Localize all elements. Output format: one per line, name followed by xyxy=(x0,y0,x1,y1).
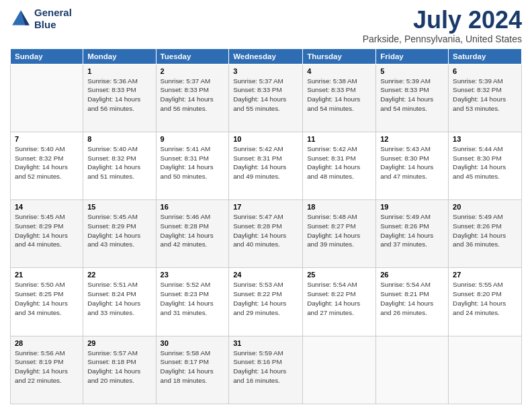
cell-4-4: 24Sunrise: 5:53 AMSunset: 8:22 PMDayligh… xyxy=(229,268,303,336)
title-block: July 2024 Parkside, Pennsylvania, United… xyxy=(363,7,522,44)
day-number: 10 xyxy=(233,135,298,143)
cell-info: Sunrise: 5:38 AMSunset: 8:33 PMDaylight:… xyxy=(307,77,371,113)
cell-5-5 xyxy=(303,336,376,404)
day-number: 31 xyxy=(233,339,298,347)
cell-4-6: 26Sunrise: 5:54 AMSunset: 8:21 PMDayligh… xyxy=(376,268,449,336)
day-number: 20 xyxy=(453,203,517,211)
day-number: 7 xyxy=(15,135,79,143)
col-friday: Friday xyxy=(376,48,449,64)
cell-info: Sunrise: 5:59 AMSunset: 8:16 PMDaylight:… xyxy=(233,349,298,385)
cell-2-7: 13Sunrise: 5:44 AMSunset: 8:30 PMDayligh… xyxy=(449,132,522,199)
day-number: 3 xyxy=(233,67,298,75)
col-wednesday: Wednesday xyxy=(229,48,303,64)
cell-2-2: 8Sunrise: 5:40 AMSunset: 8:32 PMDaylight… xyxy=(83,132,156,199)
day-number: 24 xyxy=(233,271,298,279)
cell-1-6: 5Sunrise: 5:39 AMSunset: 8:33 PMDaylight… xyxy=(376,64,449,132)
cell-1-4: 3Sunrise: 5:37 AMSunset: 8:33 PMDaylight… xyxy=(229,64,303,132)
day-number: 6 xyxy=(453,67,517,75)
day-number: 12 xyxy=(380,135,444,143)
cell-info: Sunrise: 5:42 AMSunset: 8:31 PMDaylight:… xyxy=(307,144,371,181)
cell-info: Sunrise: 5:50 AMSunset: 8:25 PMDaylight:… xyxy=(15,280,79,317)
day-number: 25 xyxy=(307,271,371,279)
cell-info: Sunrise: 5:39 AMSunset: 8:32 PMDaylight:… xyxy=(453,77,517,113)
cell-info: Sunrise: 5:52 AMSunset: 8:23 PMDaylight:… xyxy=(161,280,225,317)
cell-5-7 xyxy=(449,336,522,404)
cell-info: Sunrise: 5:58 AMSunset: 8:17 PMDaylight:… xyxy=(161,349,225,385)
cell-1-7: 6Sunrise: 5:39 AMSunset: 8:32 PMDaylight… xyxy=(449,64,522,132)
cell-info: Sunrise: 5:44 AMSunset: 8:30 PMDaylight:… xyxy=(453,144,517,181)
cell-2-5: 11Sunrise: 5:42 AMSunset: 8:31 PMDayligh… xyxy=(303,132,376,199)
cell-info: Sunrise: 5:47 AMSunset: 8:28 PMDaylight:… xyxy=(233,212,298,249)
cell-1-2: 1Sunrise: 5:36 AMSunset: 8:33 PMDaylight… xyxy=(83,64,156,132)
day-number: 27 xyxy=(453,271,517,279)
cell-4-1: 21Sunrise: 5:50 AMSunset: 8:25 PMDayligh… xyxy=(11,268,83,336)
page: General Blue July 2024 Parkside, Pennsyl… xyxy=(0,0,532,411)
day-number: 19 xyxy=(380,203,444,211)
cell-info: Sunrise: 5:36 AMSunset: 8:33 PMDaylight:… xyxy=(87,77,151,113)
subtitle: Parkside, Pennsylvania, United States xyxy=(363,34,522,44)
cell-3-7: 20Sunrise: 5:49 AMSunset: 8:26 PMDayligh… xyxy=(449,200,522,268)
day-number: 14 xyxy=(15,203,79,211)
cell-5-4: 31Sunrise: 5:59 AMSunset: 8:16 PMDayligh… xyxy=(229,336,303,404)
cell-3-1: 14Sunrise: 5:45 AMSunset: 8:29 PMDayligh… xyxy=(11,200,83,268)
calendar-table: Sunday Monday Tuesday Wednesday Thursday… xyxy=(10,48,522,404)
day-number: 5 xyxy=(380,67,444,75)
cell-info: Sunrise: 5:39 AMSunset: 8:33 PMDaylight:… xyxy=(380,77,444,113)
day-number: 4 xyxy=(307,67,371,75)
cell-3-2: 15Sunrise: 5:45 AMSunset: 8:29 PMDayligh… xyxy=(83,200,156,268)
cell-info: Sunrise: 5:45 AMSunset: 8:29 PMDaylight:… xyxy=(15,212,79,249)
day-number: 18 xyxy=(307,203,371,211)
cell-3-3: 16Sunrise: 5:46 AMSunset: 8:28 PMDayligh… xyxy=(156,200,229,268)
col-thursday: Thursday xyxy=(303,48,376,64)
cell-info: Sunrise: 5:57 AMSunset: 8:18 PMDaylight:… xyxy=(87,349,151,385)
day-number: 21 xyxy=(15,271,79,279)
cell-3-5: 18Sunrise: 5:48 AMSunset: 8:27 PMDayligh… xyxy=(303,200,376,268)
cell-info: Sunrise: 5:49 AMSunset: 8:26 PMDaylight:… xyxy=(380,212,444,249)
calendar-row-2: 7Sunrise: 5:40 AMSunset: 8:32 PMDaylight… xyxy=(11,132,522,199)
day-number: 11 xyxy=(307,135,371,143)
cell-info: Sunrise: 5:48 AMSunset: 8:27 PMDaylight:… xyxy=(307,212,371,249)
cell-4-2: 22Sunrise: 5:51 AMSunset: 8:24 PMDayligh… xyxy=(83,268,156,336)
logo-icon xyxy=(10,8,32,30)
calendar-row-5: 28Sunrise: 5:56 AMSunset: 8:19 PMDayligh… xyxy=(11,336,522,404)
cell-info: Sunrise: 5:46 AMSunset: 8:28 PMDaylight:… xyxy=(161,212,225,249)
calendar-row-1: 1Sunrise: 5:36 AMSunset: 8:33 PMDaylight… xyxy=(11,64,522,132)
header: General Blue July 2024 Parkside, Pennsyl… xyxy=(10,7,522,44)
day-number: 29 xyxy=(87,339,151,347)
cell-1-5: 4Sunrise: 5:38 AMSunset: 8:33 PMDaylight… xyxy=(303,64,376,132)
cell-info: Sunrise: 5:40 AMSunset: 8:32 PMDaylight:… xyxy=(87,144,151,181)
col-saturday: Saturday xyxy=(449,48,522,64)
logo: General Blue xyxy=(10,7,72,31)
cell-info: Sunrise: 5:56 AMSunset: 8:19 PMDaylight:… xyxy=(15,349,79,385)
cell-info: Sunrise: 5:40 AMSunset: 8:32 PMDaylight:… xyxy=(15,144,79,181)
main-title: July 2024 xyxy=(363,7,522,34)
day-number: 26 xyxy=(380,271,444,279)
day-number: 22 xyxy=(87,271,151,279)
cell-5-6 xyxy=(376,336,449,404)
calendar-body: 1Sunrise: 5:36 AMSunset: 8:33 PMDaylight… xyxy=(11,64,522,404)
day-number: 2 xyxy=(161,67,225,75)
cell-info: Sunrise: 5:42 AMSunset: 8:31 PMDaylight:… xyxy=(233,144,298,181)
cell-5-2: 29Sunrise: 5:57 AMSunset: 8:18 PMDayligh… xyxy=(83,336,156,404)
col-monday: Monday xyxy=(83,48,156,64)
cell-info: Sunrise: 5:37 AMSunset: 8:33 PMDaylight:… xyxy=(233,77,298,113)
cell-2-6: 12Sunrise: 5:43 AMSunset: 8:30 PMDayligh… xyxy=(376,132,449,199)
cell-info: Sunrise: 5:41 AMSunset: 8:31 PMDaylight:… xyxy=(161,144,225,181)
day-number: 16 xyxy=(161,203,225,211)
cell-1-1 xyxy=(11,64,83,132)
day-number: 15 xyxy=(87,203,151,211)
calendar-row-4: 21Sunrise: 5:50 AMSunset: 8:25 PMDayligh… xyxy=(11,268,522,336)
calendar-row-3: 14Sunrise: 5:45 AMSunset: 8:29 PMDayligh… xyxy=(11,200,522,268)
cell-1-3: 2Sunrise: 5:37 AMSunset: 8:33 PMDaylight… xyxy=(156,64,229,132)
cell-info: Sunrise: 5:55 AMSunset: 8:20 PMDaylight:… xyxy=(453,280,517,317)
cell-4-3: 23Sunrise: 5:52 AMSunset: 8:23 PMDayligh… xyxy=(156,268,229,336)
header-row: Sunday Monday Tuesday Wednesday Thursday… xyxy=(11,48,522,64)
cell-info: Sunrise: 5:51 AMSunset: 8:24 PMDaylight:… xyxy=(87,280,151,317)
cell-info: Sunrise: 5:49 AMSunset: 8:26 PMDaylight:… xyxy=(453,212,517,249)
day-number: 23 xyxy=(161,271,225,279)
cell-2-3: 9Sunrise: 5:41 AMSunset: 8:31 PMDaylight… xyxy=(156,132,229,199)
cell-info: Sunrise: 5:54 AMSunset: 8:21 PMDaylight:… xyxy=(380,280,444,317)
day-number: 28 xyxy=(15,339,79,347)
day-number: 13 xyxy=(453,135,517,143)
col-sunday: Sunday xyxy=(11,48,83,64)
